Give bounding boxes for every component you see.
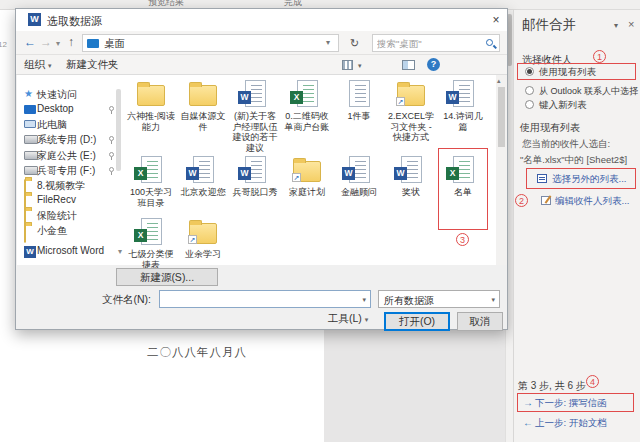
annotation-circle-4: 4: [586, 375, 599, 388]
current-recipients-text: 您当前的收件人选自:: [522, 138, 610, 151]
sidebar-scrollbar-thumb[interactable]: [116, 89, 121, 171]
chevron-down-icon: ▾: [365, 316, 369, 323]
word-file-icon: W: [186, 155, 220, 185]
folder-icon: [24, 224, 26, 243]
desktop-folder-icon: [87, 39, 99, 48]
choose-other-list-link[interactable]: 选择另外的列表...: [552, 173, 626, 186]
file-item[interactable]: 自媒体源文件: [177, 77, 229, 151]
file-item[interactable]: X七级分类便捷表: [125, 215, 177, 270]
pin-icon: [109, 106, 114, 111]
excel-file-icon: X: [446, 155, 480, 185]
drive-icon: [24, 151, 38, 160]
excel-file-icon: X: [290, 79, 324, 109]
sidebar-item-drive-d[interactable]: 系统专用 (D:): [17, 132, 121, 147]
sidebar-item-drive-e[interactable]: 家庭公共 (E:): [17, 148, 121, 163]
filename-input[interactable]: [162, 292, 354, 306]
radio-outlook-contacts[interactable]: [525, 86, 534, 95]
filetype-dropdown[interactable]: 所有数据源 ▾: [378, 290, 500, 308]
drive-icon: [24, 166, 38, 175]
file-item[interactable]: W兵哥脱口秀: [229, 153, 281, 213]
new-folder-button[interactable]: 新建文件夹: [66, 58, 119, 72]
sidebar-item-quick-access[interactable]: ★快速访问: [17, 87, 121, 102]
edit-recipient-list-link[interactable]: 编辑收件人列表...: [555, 195, 629, 208]
file-item[interactable]: ↗家庭计划: [281, 153, 333, 213]
file-item[interactable]: ↗业余学习: [177, 215, 229, 270]
tools-button[interactable]: 工具(L) ▾: [328, 312, 374, 330]
sidebar-item-insurance-stats[interactable]: 保险统计: [17, 208, 121, 223]
file-item[interactable]: ↗2.EXCEL学习文件夹 - 快捷方式: [385, 77, 437, 151]
file-item[interactable]: X100天学习班目录: [125, 153, 177, 213]
up-button[interactable]: ↑: [68, 35, 74, 49]
word-file-icon: W: [394, 155, 428, 185]
address-bar[interactable]: 桌面 ▾: [82, 34, 339, 52]
sidebar-item-filerecv[interactable]: FileRecv: [17, 193, 121, 208]
arrow-left-icon: ←: [523, 417, 533, 428]
filename-combobox[interactable]: ▾: [159, 290, 371, 308]
close-icon[interactable]: ×: [628, 18, 634, 30]
file-item[interactable]: X0.二维码收单商户台账: [281, 77, 333, 151]
annotation-circle-1: 1: [593, 50, 606, 63]
quick-access-icon: ★: [24, 89, 34, 99]
sidebar-item-microsoft-word[interactable]: WMicrosoft Word: [17, 244, 121, 259]
organize-button[interactable]: 组织 ▾: [24, 58, 51, 72]
dialog-toolbar: 组织 ▾ 新建文件夹 ▾ ?: [16, 55, 507, 75]
file-item-selected[interactable]: X 名单 3: [437, 153, 489, 213]
cancel-button[interactable]: 取消: [457, 312, 503, 331]
search-icon: [486, 39, 493, 46]
radio-label[interactable]: 从 Outlook 联系人中选择: [539, 85, 638, 98]
word-file-icon: W: [342, 155, 376, 185]
file-item[interactable]: W14.诗词几篇: [437, 77, 489, 151]
next-step-link[interactable]: 下一步: 撰写信函: [535, 397, 607, 410]
file-item[interactable]: 1件事: [333, 77, 385, 151]
preview-pane-icon[interactable]: [402, 60, 415, 70]
sidebar-item-drive-f[interactable]: 兵哥专用 (F:): [17, 163, 121, 178]
open-button[interactable]: 打开(O): [384, 312, 450, 331]
sidebar-item-desktop[interactable]: Desktop: [17, 102, 121, 117]
radio-label[interactable]: 使用现有列表: [539, 66, 596, 79]
screen: 预览结果 完成 12 二〇八八年八月八 W 选取数据源 × ← → ▾ ↑ 桌面…: [0, 0, 640, 442]
view-options-icon[interactable]: [342, 60, 353, 70]
search-box[interactable]: [372, 34, 500, 52]
dialog-close-button[interactable]: ×: [486, 11, 506, 29]
file-item[interactable]: W(新)关于客户经理队伍建设的若干建议: [229, 77, 281, 151]
drive-icon: [24, 135, 38, 144]
view-options-chevron-icon[interactable]: ▾: [358, 62, 362, 70]
recent-locations-dropdown[interactable]: ▾: [56, 39, 60, 48]
chevron-down-icon[interactable]: ▾: [362, 296, 366, 304]
document-file-icon: [342, 79, 376, 109]
forward-button[interactable]: →: [40, 35, 52, 49]
sidebar-item-video-teaching[interactable]: 8.视频教学: [17, 178, 121, 193]
help-icon[interactable]: ?: [427, 58, 440, 71]
search-input[interactable]: [377, 36, 481, 50]
folder-icon: [134, 79, 168, 109]
excel-file-icon: X: [134, 217, 168, 247]
file-item[interactable]: W金融顾问: [333, 153, 385, 213]
panel-title: 邮件合并: [522, 16, 576, 34]
file-item[interactable]: W北京欢迎您: [177, 153, 229, 213]
folder-shortcut-icon: ↗: [290, 155, 324, 185]
chevron-down-icon[interactable]: ▾: [614, 21, 618, 30]
word-file-icon: W: [238, 79, 272, 109]
file-list-scrollbar-thumb[interactable]: [498, 87, 505, 147]
chevron-down-icon: ▾: [48, 62, 52, 69]
address-chevron-icon[interactable]: ▾: [326, 38, 330, 47]
dialog-titlebar[interactable]: W 选取数据源 ×: [16, 9, 507, 31]
document-date-text: 二〇八八年八月八: [147, 345, 247, 360]
chevron-down-icon[interactable]: ▾: [118, 247, 122, 256]
prev-step-link[interactable]: 上一步: 开始文档: [535, 417, 607, 430]
back-button[interactable]: ←: [24, 35, 36, 49]
sidebar-item-goldfish[interactable]: 小金鱼: [17, 223, 121, 238]
scroll-up-icon[interactable]: ▴: [497, 77, 501, 85]
refresh-icon[interactable]: ↻: [350, 37, 359, 50]
radio-use-existing-list[interactable]: [525, 67, 534, 76]
arrow-right-icon: →: [523, 397, 533, 408]
file-item[interactable]: W奖状: [385, 153, 437, 213]
new-source-button[interactable]: 新建源(S)...: [116, 268, 218, 286]
dialog-content: ★快速访问 Desktop 此电脑 系统专用 (D:) 家庭公共 (E:) 兵哥…: [17, 75, 507, 265]
file-item[interactable]: 六神推-阅读能力: [125, 77, 177, 151]
radio-label[interactable]: 键入新列表: [539, 99, 587, 112]
radio-type-new-list[interactable]: [525, 100, 534, 109]
page-number: 12: [0, 40, 7, 49]
sidebar-item-this-pc[interactable]: 此电脑: [17, 117, 121, 132]
file-list-scrollbar[interactable]: ▴: [496, 75, 507, 265]
